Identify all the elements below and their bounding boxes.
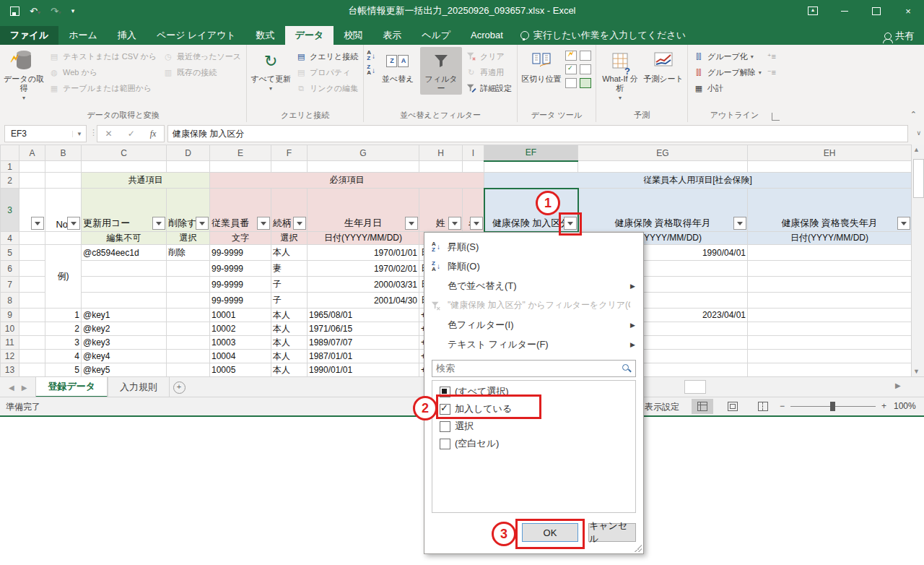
cell[interactable] <box>45 161 82 173</box>
cell[interactable]: 10001 <box>210 309 271 322</box>
cell[interactable] <box>210 161 271 173</box>
row-header-7[interactable]: 7 <box>1 277 19 293</box>
cell[interactable] <box>419 161 463 173</box>
properties-button[interactable]: ▤プロパティ <box>293 64 360 80</box>
cell[interactable]: @key4 <box>82 350 167 363</box>
checkbox-checked-icon[interactable] <box>440 404 450 415</box>
row-header-12[interactable]: 12 <box>1 350 19 363</box>
cell[interactable]: 1970/02/01 <box>308 261 419 277</box>
cell[interactable] <box>82 261 167 277</box>
cell[interactable] <box>167 277 210 293</box>
refresh-all-button[interactable]: ↻ すべて更新▾ <box>250 47 292 95</box>
cell[interactable] <box>748 261 912 277</box>
type-cell[interactable]: 文字 <box>210 232 271 245</box>
from-table-range-button[interactable]: ▦テーブルまたは範囲から <box>46 80 159 96</box>
reapply-button[interactable]: ↻再適用 <box>463 64 514 80</box>
cell[interactable] <box>82 277 167 293</box>
cell[interactable]: 1971/06/15 <box>308 322 419 336</box>
filter-button-last-name[interactable] <box>448 217 461 230</box>
manage-data-model-icon[interactable] <box>580 78 591 88</box>
cell[interactable] <box>19 350 45 363</box>
share-button[interactable]: 共有 <box>884 30 914 43</box>
cell[interactable]: 99-9999 <box>210 245 271 261</box>
zoom-out-icon[interactable]: − <box>780 401 785 411</box>
cell[interactable] <box>308 161 419 173</box>
undo-icon[interactable]: ↶▾ <box>30 6 40 17</box>
col-header-EF[interactable]: EF <box>484 145 578 161</box>
cell[interactable] <box>271 161 308 173</box>
col-header-EG[interactable]: EG <box>578 145 748 161</box>
cell[interactable] <box>748 277 912 293</box>
forecast-sheet-button[interactable]: 予測シート <box>642 47 684 85</box>
checkbox-unchecked-icon[interactable] <box>440 421 450 432</box>
col-header-G[interactable]: G <box>308 145 419 161</box>
type-cell[interactable]: 日付(YYYY/MM/DD) <box>308 232 419 245</box>
cell[interactable]: 本人 <box>271 336 308 350</box>
ribbon-display-options-button[interactable]: ▴ <box>797 0 829 22</box>
cell[interactable] <box>748 245 912 261</box>
consolidate-icon[interactable] <box>580 64 591 74</box>
cell[interactable] <box>748 309 912 322</box>
clear-filter-ribbon-button[interactable]: クリア <box>463 48 514 64</box>
remove-duplicates-icon[interactable] <box>580 51 591 61</box>
cell[interactable] <box>748 293 912 309</box>
cell[interactable]: 1970/01/01 <box>308 245 419 261</box>
filter-button-hi-acquired[interactable] <box>733 217 746 230</box>
zoom-slider-thumb[interactable] <box>830 402 835 411</box>
filter-item-select-all[interactable]: (すべて選択) <box>440 383 509 400</box>
filter-button-no[interactable] <box>67 217 80 230</box>
name-box[interactable]: EF3 ▼ <box>4 125 87 142</box>
cell[interactable] <box>82 293 167 309</box>
cell[interactable]: 本人 <box>271 322 308 336</box>
cell[interactable]: 子 <box>271 277 308 293</box>
menu-item-sort-ascending[interactable]: AZ↓ 昇順(S) <box>424 237 643 256</box>
cell[interactable] <box>578 161 748 173</box>
group-header-social-insurance[interactable]: 従業員本人用項目[社会保険] <box>484 173 912 189</box>
filter-button-update-code[interactable] <box>152 217 165 230</box>
group-header-required[interactable]: 必須項目 <box>210 173 484 189</box>
redo-icon[interactable]: ↷▾ <box>51 6 61 17</box>
cancel-button[interactable]: キャンセル <box>588 523 636 542</box>
menu-item-color-filter[interactable]: 色フィルター(I)▶ <box>424 315 643 335</box>
cell[interactable]: 1965/08/01 <box>308 309 419 322</box>
group-header-common[interactable]: 共通項目 <box>82 173 210 189</box>
header-hi-acquired[interactable]: 健康保険 資格取得年月 <box>578 189 748 232</box>
cell[interactable]: @c8594eec1d <box>82 245 167 261</box>
tab-help[interactable]: ヘルプ <box>411 26 461 45</box>
hide-detail-icon[interactable]: ⁻≡ <box>765 64 778 80</box>
filter-item-select[interactable]: 選択 <box>440 418 474 435</box>
col-header-H[interactable]: H <box>419 145 463 161</box>
header-employee-no[interactable]: 従業員番 <box>210 189 271 232</box>
checkbox-indeterminate-icon[interactable] <box>440 387 450 397</box>
zoom-level[interactable]: 100% <box>894 401 916 411</box>
filter-item-enrolled[interactable]: 加入している <box>440 400 512 418</box>
enter-entry-icon[interactable]: ✓ <box>128 129 135 139</box>
cell[interactable] <box>167 363 210 377</box>
cell[interactable]: 本人 <box>271 309 308 322</box>
vertical-scroll-thumb[interactable] <box>913 159 924 198</box>
filter-button-hi-class[interactable] <box>564 217 577 230</box>
next-sheet-icon[interactable]: ▶ <box>22 384 27 392</box>
header-first-name[interactable]: 名 <box>463 189 484 232</box>
cell[interactable]: 本人 <box>271 350 308 363</box>
cell[interactable] <box>19 173 45 189</box>
cell[interactable]: 妻 <box>271 261 308 277</box>
cell[interactable]: 1989/07/07 <box>308 336 419 350</box>
from-web-button[interactable]: ◍Web から <box>46 64 159 80</box>
header-last-name[interactable]: 姓 <box>419 189 463 232</box>
cell[interactable]: 本人 <box>271 245 308 261</box>
data-validation-icon[interactable]: ✓ <box>565 64 577 74</box>
tab-acrobat[interactable]: Acrobat <box>461 26 513 45</box>
tab-formulas[interactable]: 数式 <box>246 26 285 45</box>
cell[interactable]: 1990/01/01 <box>308 363 419 377</box>
header-no[interactable]: No. <box>45 189 82 232</box>
tab-insert[interactable]: 挿入 <box>108 26 147 45</box>
tab-review[interactable]: 校閲 <box>334 26 372 45</box>
cell[interactable] <box>748 363 912 377</box>
sort-za-icon[interactable]: ZA↓ <box>367 64 375 76</box>
from-text-csv-button[interactable]: ▤テキストまたは CSV から <box>46 48 159 64</box>
header-delete[interactable]: 削除す <box>167 189 210 232</box>
cancel-entry-icon[interactable]: ✕ <box>105 129 113 139</box>
menu-item-sort-by-color[interactable]: 色で並べ替え(T)▶ <box>424 276 643 296</box>
row-header-6[interactable]: 6 <box>1 261 19 277</box>
